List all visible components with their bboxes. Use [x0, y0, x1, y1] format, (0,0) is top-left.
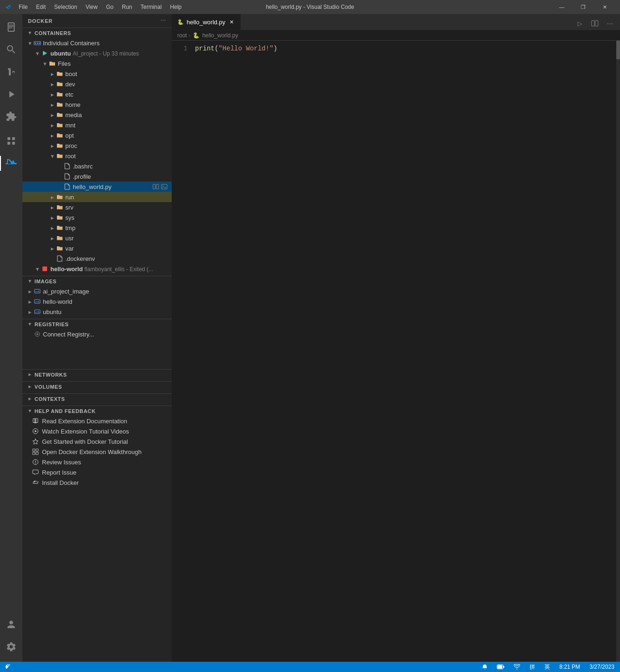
dockerenv-label: .dockerenv	[65, 255, 168, 262]
ubuntu-image-item[interactable]: ▸ ubuntu	[22, 307, 172, 317]
networks-section-header[interactable]: ▸ NETWORKS	[22, 369, 172, 379]
tmp-label: tmp	[65, 224, 168, 231]
status-right: 拼 英 8:21 PM 3/27/2023	[480, 662, 616, 672]
close-button[interactable]: ✕	[594, 0, 615, 14]
activity-remote[interactable]	[0, 130, 22, 152]
star-icon	[32, 438, 39, 445]
sys-item[interactable]: ▸ sys	[22, 212, 172, 223]
usr-item[interactable]: ▸ usr	[22, 233, 172, 243]
hello-world-container-item[interactable]: ▾ hello-world flamboyant_ellis - Exited …	[22, 264, 172, 274]
activity-account[interactable]	[0, 613, 22, 636]
connect-registry-item[interactable]: Connect Registry...	[22, 329, 172, 339]
title-bar: File Edit Selection View Go Run Terminal…	[0, 0, 620, 14]
mnt-item[interactable]: ▸ mnt	[22, 120, 172, 130]
dockerenv-item[interactable]: .dockerenv	[22, 253, 172, 264]
tab-bar-actions: ▷ ⋯	[573, 17, 620, 30]
code-editor[interactable]: 1 print("Hello World!")	[172, 41, 620, 662]
volumes-chevron: ▸	[26, 383, 34, 391]
remote-status[interactable]	[4, 662, 13, 672]
menu-file[interactable]: File	[15, 3, 31, 11]
contexts-section-header[interactable]: ▸ CONTEXTS	[22, 393, 172, 404]
activity-run-debug[interactable]	[0, 83, 22, 105]
open-to-side-icon[interactable]	[152, 183, 160, 190]
notification-status[interactable]	[480, 662, 489, 672]
install-docker-item[interactable]: Install Docker	[22, 477, 172, 488]
minimize-button[interactable]: —	[551, 0, 572, 14]
get-started-item[interactable]: Get Started with Docker Tutorial	[22, 436, 172, 447]
svg-rect-15	[35, 300, 40, 303]
activity-bottom	[0, 613, 22, 662]
activity-source-control[interactable]	[0, 61, 22, 83]
ai-project-image-item[interactable]: ▸ ai_project_image	[22, 286, 172, 296]
watch-tutorials-item[interactable]: Watch Extension Tutorial Videos	[22, 426, 172, 436]
editor-tab[interactable]: 🐍 hello_world.py ✕	[172, 14, 241, 30]
home-item[interactable]: ▸ home	[22, 99, 172, 110]
folder-boot-icon	[56, 70, 63, 77]
pinyin-input-status[interactable]: 拼	[528, 662, 537, 672]
containers-section-header[interactable]: ▾ CONTAINERS	[22, 28, 172, 38]
run-item[interactable]: ▸ run	[22, 192, 172, 202]
var-item[interactable]: ▸ var	[22, 243, 172, 253]
open-walkthrough-item[interactable]: Open Docker Extension Walkthrough	[22, 447, 172, 457]
files-item[interactable]: ▾ Files	[22, 58, 172, 69]
dev-item[interactable]: ▸ dev	[22, 79, 172, 89]
images-label: IMAGES	[35, 279, 56, 284]
help-section-header[interactable]: ▾ HELP AND FEEDBACK	[22, 406, 172, 416]
images-section-header[interactable]: ▾ IMAGES	[22, 276, 172, 286]
tmp-item[interactable]: ▸ tmp	[22, 223, 172, 233]
breadcrumb: root › 🐍 hello_world.py	[172, 30, 620, 41]
activity-extensions[interactable]	[0, 105, 22, 128]
activity-search[interactable]	[0, 38, 22, 61]
srv-item[interactable]: ▸ srv	[22, 202, 172, 212]
tab-close-button[interactable]: ✕	[228, 19, 235, 25]
install-docker-label: Install Docker	[42, 479, 79, 486]
file-py-icon	[63, 183, 71, 190]
boot-chevron: ▸	[49, 70, 56, 77]
ubuntu-container-item[interactable]: ▾ ubuntu AI_project - Up 33 minutes	[22, 48, 172, 58]
hello-world-image-item[interactable]: ▸ hello-world	[22, 296, 172, 307]
menu-edit[interactable]: Edit	[32, 3, 49, 11]
svg-rect-14	[35, 289, 40, 293]
status-bar: 拼 英 8:21 PM 3/27/2023	[0, 662, 620, 672]
boot-item[interactable]: ▸ boot	[22, 69, 172, 79]
report-issue-item[interactable]: Report Issue	[22, 467, 172, 477]
hello-world-py-item[interactable]: hello_world.py	[22, 182, 172, 192]
registries-section-header[interactable]: ▾ REGISTRIES	[22, 319, 172, 329]
image-ubuntu-icon	[34, 308, 41, 315]
review-issues-item[interactable]: Review Issues	[22, 457, 172, 467]
terminal-icon[interactable]	[160, 183, 168, 190]
menu-terminal[interactable]: Terminal	[137, 3, 165, 11]
menu-selection[interactable]: Selection	[50, 3, 81, 11]
menu-run[interactable]: Run	[118, 3, 136, 11]
run-python-button[interactable]: ▷	[573, 17, 586, 30]
docker-more-button[interactable]: ⋯	[160, 18, 166, 24]
read-docs-item[interactable]: Read Extension Documentation	[22, 416, 172, 426]
volumes-section-header[interactable]: ▸ VOLUMES	[22, 381, 172, 392]
volumes-label: VOLUMES	[35, 384, 62, 390]
var-label: var	[65, 245, 168, 252]
editor-scrollbar[interactable]	[616, 41, 620, 662]
menu-help[interactable]: Help	[167, 3, 186, 11]
help-chevron: ▾	[26, 407, 34, 415]
hello-world-py-chevron	[56, 183, 63, 190]
activity-settings[interactable]	[0, 636, 22, 658]
bashrc-item[interactable]: .bashrc	[22, 161, 172, 171]
media-item[interactable]: ▸ media	[22, 110, 172, 120]
opt-item[interactable]: ▸ opt	[22, 130, 172, 140]
svg-marker-21	[33, 439, 38, 444]
menu-view[interactable]: View	[82, 3, 101, 11]
split-editor-button[interactable]	[588, 17, 601, 30]
menu-go[interactable]: Go	[102, 3, 117, 11]
more-actions-button[interactable]: ⋯	[603, 17, 616, 30]
profile-item[interactable]: .profile	[22, 171, 172, 182]
etc-item[interactable]: ▸ etc	[22, 89, 172, 99]
breadcrumb-file-icon: 🐍	[193, 32, 200, 39]
restore-button[interactable]: ❐	[572, 0, 594, 14]
en-input-status[interactable]: 英	[543, 662, 552, 672]
svg-rect-7	[39, 42, 40, 44]
proc-item[interactable]: ▸ proc	[22, 140, 172, 151]
activity-docker[interactable]	[0, 152, 22, 175]
individual-containers-item[interactable]: ▾ Individual Containers	[22, 38, 172, 48]
root-dir-item[interactable]: ▾ root	[22, 151, 172, 161]
activity-explorer[interactable]	[0, 16, 22, 38]
